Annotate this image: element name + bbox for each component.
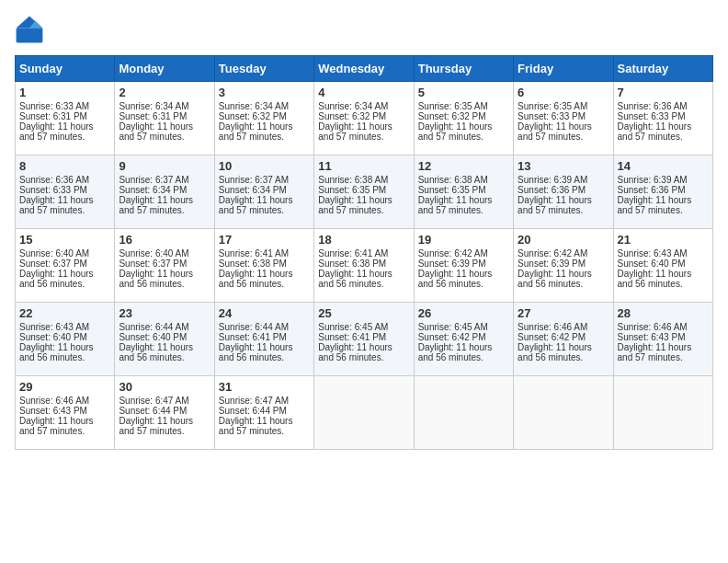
page-header xyxy=(15,15,713,44)
sunset-text: Sunset: 6:32 PM xyxy=(219,111,287,121)
day-number: 3 xyxy=(219,86,310,99)
calendar-week-row: 15Sunrise: 6:40 AMSunset: 6:37 PMDayligh… xyxy=(16,229,713,303)
daylight-text: Daylight: 11 hours and 57 minutes. xyxy=(618,342,692,362)
calendar-cell: 13Sunrise: 6:39 AMSunset: 6:36 PMDayligh… xyxy=(514,155,613,229)
day-number: 24 xyxy=(219,306,310,320)
weekday-header-row: SundayMondayTuesdayWednesdayThursdayFrid… xyxy=(16,56,713,82)
daylight-text: Daylight: 11 hours and 56 minutes. xyxy=(219,269,293,289)
daylight-text: Daylight: 11 hours and 57 minutes. xyxy=(219,121,293,142)
calendar-cell xyxy=(414,376,513,450)
daylight-text: Daylight: 11 hours and 57 minutes. xyxy=(119,121,193,142)
day-number: 25 xyxy=(318,306,409,320)
day-number: 13 xyxy=(518,159,609,173)
calendar-cell: 22Sunrise: 6:43 AMSunset: 6:40 PMDayligh… xyxy=(16,303,115,376)
calendar-cell: 4Sunrise: 6:34 AMSunset: 6:32 PMDaylight… xyxy=(314,82,414,155)
day-number: 16 xyxy=(119,233,210,247)
sunset-text: Sunset: 6:41 PM xyxy=(219,332,287,342)
day-number: 12 xyxy=(418,159,509,173)
day-number: 5 xyxy=(418,86,509,99)
sunrise-text: Sunrise: 6:38 AM xyxy=(418,175,488,185)
daylight-text: Daylight: 11 hours and 56 minutes. xyxy=(418,342,493,362)
calendar-week-row: 1Sunrise: 6:33 AMSunset: 6:31 PMDaylight… xyxy=(16,82,713,155)
sunset-text: Sunset: 6:43 PM xyxy=(19,406,87,416)
sunrise-text: Sunrise: 6:36 AM xyxy=(618,101,688,111)
weekday-header-thursday: Thursday xyxy=(414,56,513,82)
daylight-text: Daylight: 11 hours and 56 minutes. xyxy=(618,269,692,289)
sunset-text: Sunset: 6:34 PM xyxy=(219,185,287,195)
sunset-text: Sunset: 6:34 PM xyxy=(119,185,187,195)
calendar-week-row: 8Sunrise: 6:36 AMSunset: 6:33 PMDaylight… xyxy=(16,155,713,229)
day-number: 14 xyxy=(618,159,709,173)
calendar-cell: 18Sunrise: 6:41 AMSunset: 6:38 PMDayligh… xyxy=(314,229,414,303)
sunset-text: Sunset: 6:38 PM xyxy=(219,259,287,269)
daylight-text: Daylight: 11 hours and 56 minutes. xyxy=(318,269,392,289)
sunrise-text: Sunrise: 6:37 AM xyxy=(119,175,188,185)
calendar-cell: 24Sunrise: 6:44 AMSunset: 6:41 PMDayligh… xyxy=(214,303,313,376)
day-number: 4 xyxy=(318,86,409,99)
sunset-text: Sunset: 6:35 PM xyxy=(318,185,386,195)
calendar-cell: 3Sunrise: 6:34 AMSunset: 6:32 PMDaylight… xyxy=(214,82,313,155)
sunset-text: Sunset: 6:43 PM xyxy=(618,332,686,342)
sunrise-text: Sunrise: 6:34 AM xyxy=(219,101,289,111)
calendar-cell: 25Sunrise: 6:45 AMSunset: 6:41 PMDayligh… xyxy=(314,303,414,376)
day-number: 18 xyxy=(318,233,409,247)
sunrise-text: Sunrise: 6:43 AM xyxy=(19,322,89,332)
day-number: 29 xyxy=(19,380,110,394)
sunset-text: Sunset: 6:40 PM xyxy=(19,332,87,342)
sunset-text: Sunset: 6:36 PM xyxy=(618,185,686,195)
calendar-cell: 17Sunrise: 6:41 AMSunset: 6:38 PMDayligh… xyxy=(214,229,313,303)
daylight-text: Daylight: 11 hours and 57 minutes. xyxy=(418,121,493,142)
weekday-header-friday: Friday xyxy=(514,56,613,82)
day-number: 26 xyxy=(418,306,509,320)
calendar-cell: 31Sunrise: 6:47 AMSunset: 6:44 PMDayligh… xyxy=(214,376,313,450)
day-number: 8 xyxy=(19,159,110,173)
sunrise-text: Sunrise: 6:35 AM xyxy=(518,101,587,111)
sunset-text: Sunset: 6:33 PM xyxy=(518,111,586,121)
daylight-text: Daylight: 11 hours and 57 minutes. xyxy=(119,195,193,215)
daylight-text: Daylight: 11 hours and 57 minutes. xyxy=(618,121,692,142)
calendar-cell: 7Sunrise: 6:36 AMSunset: 6:33 PMDaylight… xyxy=(613,82,712,155)
sunrise-text: Sunrise: 6:46 AM xyxy=(19,396,89,406)
calendar-cell: 27Sunrise: 6:46 AMSunset: 6:42 PMDayligh… xyxy=(514,303,613,376)
sunrise-text: Sunrise: 6:34 AM xyxy=(119,101,188,111)
sunset-text: Sunset: 6:33 PM xyxy=(618,111,686,121)
day-number: 31 xyxy=(219,380,310,394)
daylight-text: Daylight: 11 hours and 57 minutes. xyxy=(19,121,94,142)
sunrise-text: Sunrise: 6:47 AM xyxy=(119,396,188,406)
calendar-cell: 15Sunrise: 6:40 AMSunset: 6:37 PMDayligh… xyxy=(16,229,115,303)
sunrise-text: Sunrise: 6:41 AM xyxy=(219,248,289,259)
logo-icon xyxy=(15,15,44,44)
day-number: 21 xyxy=(618,233,709,247)
calendar-cell: 8Sunrise: 6:36 AMSunset: 6:33 PMDaylight… xyxy=(16,155,115,229)
logo xyxy=(15,15,48,44)
calendar-cell: 28Sunrise: 6:46 AMSunset: 6:43 PMDayligh… xyxy=(613,303,712,376)
sunset-text: Sunset: 6:32 PM xyxy=(318,111,386,121)
daylight-text: Daylight: 11 hours and 56 minutes. xyxy=(318,342,392,362)
sunset-text: Sunset: 6:32 PM xyxy=(418,111,486,121)
day-number: 27 xyxy=(518,306,609,320)
daylight-text: Daylight: 11 hours and 57 minutes. xyxy=(318,195,392,215)
sunset-text: Sunset: 6:44 PM xyxy=(119,406,187,416)
calendar-cell: 21Sunrise: 6:43 AMSunset: 6:40 PMDayligh… xyxy=(613,229,712,303)
day-number: 11 xyxy=(318,159,409,173)
day-number: 23 xyxy=(119,306,210,320)
sunrise-text: Sunrise: 6:46 AM xyxy=(518,322,587,332)
sunrise-text: Sunrise: 6:40 AM xyxy=(19,248,89,259)
daylight-text: Daylight: 11 hours and 56 minutes. xyxy=(19,269,94,289)
calendar-cell: 16Sunrise: 6:40 AMSunset: 6:37 PMDayligh… xyxy=(115,229,214,303)
daylight-text: Daylight: 11 hours and 56 minutes. xyxy=(119,269,193,289)
daylight-text: Daylight: 11 hours and 57 minutes. xyxy=(418,195,493,215)
daylight-text: Daylight: 11 hours and 56 minutes. xyxy=(418,269,493,289)
daylight-text: Daylight: 11 hours and 56 minutes. xyxy=(19,342,94,362)
sunrise-text: Sunrise: 6:46 AM xyxy=(618,322,688,332)
day-number: 30 xyxy=(119,380,210,394)
day-number: 17 xyxy=(219,233,310,247)
weekday-header-wednesday: Wednesday xyxy=(314,56,414,82)
sunset-text: Sunset: 6:40 PM xyxy=(618,259,686,269)
sunrise-text: Sunrise: 6:37 AM xyxy=(219,175,289,185)
weekday-header-tuesday: Tuesday xyxy=(214,56,313,82)
sunset-text: Sunset: 6:41 PM xyxy=(318,332,386,342)
day-number: 15 xyxy=(19,233,110,247)
sunrise-text: Sunrise: 6:44 AM xyxy=(219,322,289,332)
calendar-cell: 10Sunrise: 6:37 AMSunset: 6:34 PMDayligh… xyxy=(214,155,313,229)
